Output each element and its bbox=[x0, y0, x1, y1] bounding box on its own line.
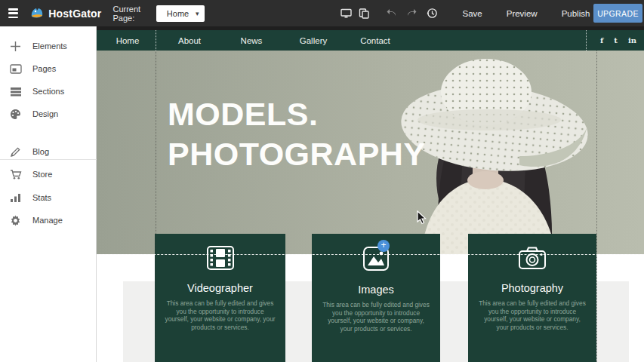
linkedin-icon[interactable]: in bbox=[628, 36, 636, 44]
site-nav-about[interactable]: About bbox=[159, 36, 220, 45]
card-body: This area can be fully edited and gives … bbox=[312, 301, 440, 333]
sidebar-item-label: Stats bbox=[32, 193, 51, 202]
brand-name: HostGator bbox=[48, 8, 101, 20]
card-videographer[interactable]: Videographer This area can be fully edit… bbox=[155, 234, 285, 362]
image-icon bbox=[312, 245, 440, 275]
sidebar-item-elements[interactable]: Elements bbox=[0, 35, 97, 57]
hostgator-logo: HostGator bbox=[29, 6, 101, 21]
site-canvas: Home About News Gallery Contact f t in bbox=[97, 26, 644, 362]
mobile-preview-icon[interactable] bbox=[356, 6, 371, 21]
sidebar-item-label: Manage bbox=[32, 216, 63, 225]
card-title: Images bbox=[312, 284, 440, 296]
sidebar-item-pages[interactable]: Pages bbox=[0, 57, 97, 80]
stats-icon bbox=[9, 192, 22, 204]
palette-icon bbox=[9, 108, 22, 121]
card-title: Videographer bbox=[155, 282, 285, 294]
sidebar-item-manage[interactable]: Manage bbox=[0, 209, 97, 232]
site-navbar: Home About News Gallery Contact bbox=[97, 30, 644, 51]
site-nav-contact[interactable]: Contact bbox=[344, 36, 406, 45]
content-guide-left bbox=[156, 51, 156, 362]
undo-icon[interactable] bbox=[385, 6, 400, 21]
sidebar-item-label: Sections bbox=[32, 87, 64, 96]
sidebar-item-label: Design bbox=[32, 109, 58, 118]
mouse-cursor bbox=[417, 210, 427, 228]
current-page-label: Current Page: bbox=[112, 5, 150, 23]
hero-image[interactable]: MODELS. PHOTOGRAPHY bbox=[97, 51, 644, 254]
chevron-down-icon: ▾ bbox=[196, 10, 199, 17]
twitter-icon[interactable]: t bbox=[614, 36, 618, 44]
card-title: Photography bbox=[468, 282, 596, 294]
card-body: This area can be fully edited and gives … bbox=[468, 299, 596, 331]
pencil-icon bbox=[9, 146, 22, 158]
hostgator-gator-icon bbox=[29, 6, 45, 21]
site-nav-gallery[interactable]: Gallery bbox=[282, 36, 344, 45]
sidebar-item-design[interactable]: Design bbox=[0, 103, 97, 125]
sidebar-item-label: Blog bbox=[32, 147, 49, 156]
menu-icon[interactable] bbox=[8, 8, 18, 18]
content-guide-right bbox=[596, 51, 597, 362]
preview-button[interactable]: Preview bbox=[495, 9, 550, 18]
sidebar-item-label: Pages bbox=[32, 64, 56, 73]
hero-title-line2: PHOTOGRAPHY bbox=[168, 134, 426, 174]
sections-icon bbox=[9, 85, 22, 98]
site-nav-news[interactable]: News bbox=[220, 36, 282, 45]
sidebar-item-blog[interactable]: Blog bbox=[0, 140, 97, 163]
card-photography[interactable]: Photography This area can be fully edite… bbox=[468, 234, 596, 362]
sidebar-item-label: Elements bbox=[32, 41, 67, 51]
facebook-icon[interactable]: f bbox=[600, 36, 603, 44]
sidebar-item-label: Store bbox=[32, 170, 52, 179]
site-nav-home[interactable]: Home bbox=[97, 36, 159, 45]
sidebar-item-stats[interactable]: Stats bbox=[0, 186, 97, 209]
add-image-icon[interactable]: + bbox=[377, 240, 390, 252]
hero-title-line1: MODELS. bbox=[168, 94, 426, 134]
hero-title[interactable]: MODELS. PHOTOGRAPHY bbox=[168, 94, 426, 174]
page-dropdown-value: Home bbox=[167, 9, 189, 18]
builder-sidebar: Elements Pages Sections Design Blog Stor… bbox=[0, 26, 97, 362]
card-images[interactable]: + Images This area can be fully edited a… bbox=[312, 234, 440, 362]
content-guide-left-nav bbox=[156, 30, 156, 51]
redo-icon[interactable] bbox=[404, 6, 419, 21]
social-links: f t in bbox=[600, 30, 636, 51]
upgrade-button[interactable]: UPGRADE bbox=[593, 4, 642, 23]
save-button[interactable]: Save bbox=[451, 9, 495, 18]
social-guide bbox=[586, 30, 587, 51]
page-icon bbox=[9, 63, 22, 75]
cart-icon bbox=[9, 168, 22, 181]
film-icon bbox=[155, 245, 285, 274]
sidebar-item-sections[interactable]: Sections bbox=[0, 80, 97, 103]
section-guide-horizontal bbox=[97, 254, 644, 255]
card-body: This area can be fully edited and gives … bbox=[155, 299, 285, 331]
plus-icon bbox=[9, 40, 22, 53]
page-dropdown[interactable]: Home ▾ bbox=[156, 5, 205, 22]
builder-topbar: HostGator Current Page: Home ▾ Save Prev… bbox=[0, 0, 644, 26]
sidebar-item-store[interactable]: Store bbox=[0, 163, 97, 186]
history-icon[interactable] bbox=[425, 6, 440, 21]
camera-icon bbox=[468, 245, 596, 274]
desktop-preview-icon[interactable] bbox=[339, 6, 354, 21]
gear-icon bbox=[9, 214, 22, 227]
